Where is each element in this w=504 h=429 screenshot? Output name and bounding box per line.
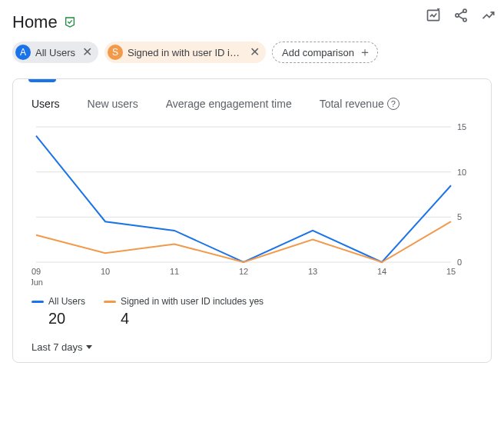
caret-down-icon <box>86 345 92 349</box>
swatch-blue <box>32 301 44 303</box>
chip-close-s-icon[interactable]: ✕ <box>247 45 261 59</box>
tab-new-users[interactable]: New users <box>88 98 138 110</box>
help-icon[interactable]: ? <box>387 98 400 110</box>
date-range-selector[interactable]: Last 7 days <box>13 328 491 353</box>
tab-total-revenue[interactable]: Total revenue ? <box>320 98 400 110</box>
tab-total-revenue-label: Total revenue <box>320 98 384 110</box>
tab-avg-engagement[interactable]: Average engagement time <box>166 98 292 110</box>
svg-text:10: 10 <box>457 168 466 177</box>
chip-label-a: All Users <box>35 47 75 58</box>
chip-all-users[interactable]: A All Users ✕ <box>12 42 98 63</box>
insights-icon[interactable] <box>426 8 441 23</box>
chip-label-s: Signed in with user ID in… <box>128 47 243 58</box>
legend-a-value: 20 <box>32 310 85 328</box>
legend-s-label: Signed in with user ID includes yes <box>121 296 264 307</box>
svg-text:13: 13 <box>308 267 317 276</box>
svg-text:14: 14 <box>377 267 386 276</box>
chip-avatar-s: S <box>108 45 123 60</box>
date-range-label: Last 7 days <box>32 341 83 353</box>
svg-text:09: 09 <box>32 267 41 276</box>
page-title: Home <box>12 12 58 32</box>
svg-text:15: 15 <box>457 122 466 131</box>
svg-text:15: 15 <box>446 267 456 276</box>
legend-s-value: 4 <box>104 310 264 328</box>
svg-text:5: 5 <box>457 212 462 221</box>
add-comparison-label: Add comparison <box>282 47 354 58</box>
svg-text:10: 10 <box>101 267 110 276</box>
tab-users[interactable]: Users <box>32 98 60 110</box>
analytics-card: Users New users Average engagement time … <box>12 78 492 363</box>
swatch-orange <box>104 301 116 303</box>
svg-text:11: 11 <box>170 267 179 276</box>
svg-text:Jun: Jun <box>32 278 43 287</box>
legend-a-label: All Users <box>48 296 85 307</box>
trend-icon[interactable] <box>481 8 496 23</box>
legend-all-users: All Users 20 <box>32 296 85 328</box>
legend-signed-in: Signed in with user ID includes yes 4 <box>104 296 264 328</box>
line-chart: 05101509101112131415Jun <box>32 119 474 288</box>
share-icon[interactable] <box>453 8 469 23</box>
chip-avatar-a: A <box>15 45 31 60</box>
plus-icon: ＋ <box>359 45 371 61</box>
chip-signed-in[interactable]: S Signed in with user ID in… ✕ <box>104 42 266 63</box>
svg-text:12: 12 <box>239 267 248 276</box>
verified-shield-icon <box>64 16 76 28</box>
svg-text:0: 0 <box>457 258 462 267</box>
add-comparison-chip[interactable]: Add comparison ＋ <box>272 42 378 63</box>
chip-close-a-icon[interactable]: ✕ <box>80 45 94 59</box>
